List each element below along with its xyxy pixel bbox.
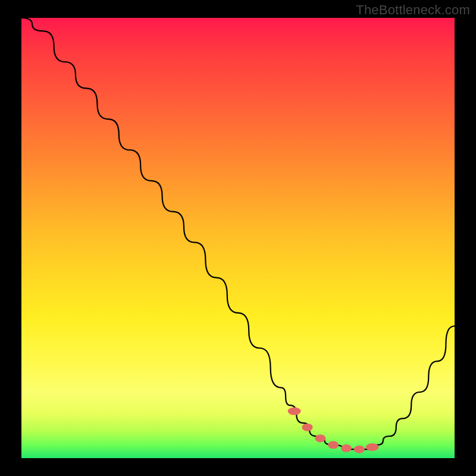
bottleneck-curve-svg	[21, 18, 455, 458]
chart-frame: TheBottleneck.com	[0, 0, 476, 476]
optimum-marker	[366, 443, 379, 451]
optimum-marker	[328, 441, 339, 449]
optimum-marker	[341, 444, 352, 452]
optimum-marker	[354, 446, 365, 453]
optimum-marker	[302, 424, 312, 431]
optimum-markers	[288, 408, 379, 453]
plot-area	[21, 18, 455, 458]
optimum-marker	[288, 408, 301, 415]
optimum-marker	[315, 434, 325, 442]
bottleneck-curve-line	[21, 18, 455, 449]
watermark-text: TheBottleneck.com	[356, 2, 470, 18]
